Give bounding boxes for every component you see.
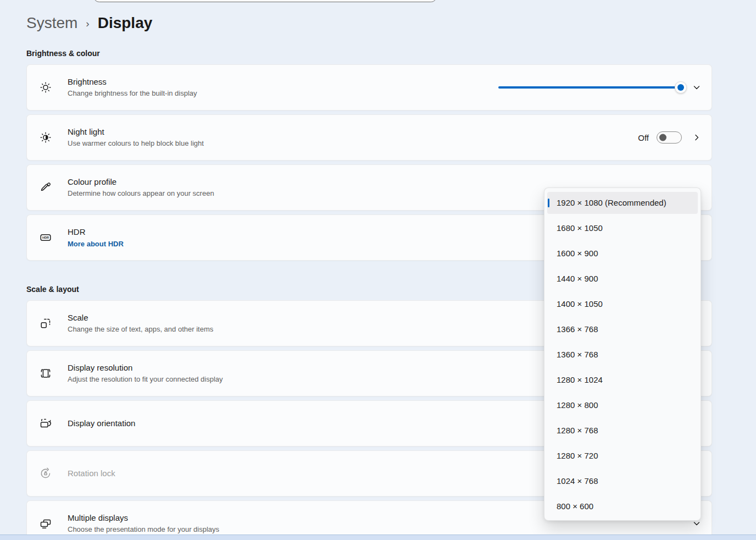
resolution-option[interactable]: 1280 × 720 — [544, 443, 701, 469]
resolution-option[interactable]: 1400 × 1050 — [544, 291, 701, 317]
night-light-icon — [39, 131, 52, 144]
resolution-dropdown-list: 1920 × 1080 (Recommended)1680 × 10501600… — [544, 192, 701, 519]
resolution-option[interactable]: 1366 × 768 — [544, 317, 701, 342]
scale-icon — [39, 317, 52, 330]
night-light-row[interactable]: Night light Use warmer colours to help b… — [26, 114, 712, 161]
breadcrumb-chevron-icon: › — [86, 18, 89, 30]
brightness-title: Brightness — [68, 76, 498, 87]
chevron-down-icon[interactable] — [693, 520, 701, 527]
chevron-down-icon[interactable] — [693, 84, 701, 91]
multiple-displays-icon — [39, 517, 52, 530]
resolution-option[interactable]: 1680 × 1050 — [544, 216, 701, 241]
display-resolution-icon — [39, 367, 52, 380]
resolution-option[interactable]: 1360 × 768 — [544, 342, 701, 367]
brightness-slider[interactable] — [498, 86, 681, 89]
night-light-toggle[interactable] — [657, 131, 682, 144]
resolution-option[interactable]: 1440 × 900 — [544, 266, 701, 291]
brightness-slider-thumb[interactable] — [675, 81, 687, 93]
multiple-displays-subtitle: Choose the presentation mode for your di… — [68, 525, 693, 535]
display-orientation-icon — [39, 417, 52, 430]
resolution-dropdown-flyout: 1920 × 1080 (Recommended)1680 × 10501600… — [544, 188, 701, 521]
toggle-knob — [659, 134, 666, 141]
search-box[interactable] — [93, 0, 437, 2]
colour-profile-title: Colour profile — [68, 177, 701, 188]
breadcrumb-system[interactable]: System — [26, 14, 77, 32]
svg-text:HDR: HDR — [42, 236, 49, 239]
colour-profile-eyedropper-icon — [39, 181, 52, 194]
resolution-option[interactable]: 1280 × 800 — [544, 393, 701, 418]
night-light-title: Night light — [68, 126, 638, 137]
page-title: Display — [98, 14, 153, 32]
breadcrumb: System › Display — [26, 14, 756, 32]
resolution-option[interactable]: 1280 × 768 — [544, 418, 701, 443]
chevron-right-icon[interactable] — [693, 134, 701, 141]
resolution-option[interactable]: 800 × 600 — [544, 494, 701, 519]
resolution-option[interactable]: 1280 × 1024 — [544, 367, 701, 393]
brightness-row[interactable]: Brightness Change brightness for the bui… — [26, 64, 712, 111]
brightness-subtitle: Change brightness for the built-in displ… — [68, 89, 498, 98]
resolution-option[interactable]: 1024 × 768 — [544, 469, 701, 494]
night-light-subtitle: Use warmer colours to help block blue li… — [68, 139, 638, 148]
selected-accent-pill — [548, 199, 549, 207]
window-bottom-edge — [0, 535, 756, 540]
resolution-option[interactable]: 1600 × 900 — [544, 241, 701, 266]
resolution-option[interactable]: 1920 × 1080 (Recommended) — [547, 192, 698, 214]
brightness-sun-icon — [39, 81, 52, 94]
rotation-lock-icon — [39, 467, 52, 480]
night-light-toggle-label: Off — [638, 133, 649, 142]
section-brightness-colour: Brightness & colour — [26, 49, 756, 58]
hdr-badge-icon: HDR — [39, 231, 52, 244]
